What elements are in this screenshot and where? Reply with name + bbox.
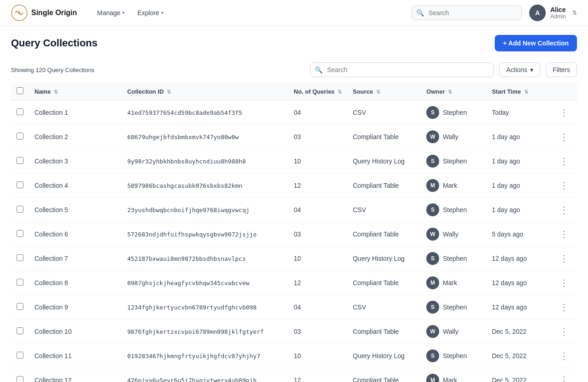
table-row: Collection 3 9y98r32yhbkhbnbs8uyhcndiuu8… — [11, 149, 577, 174]
select-all-checkbox[interactable] — [17, 87, 23, 94]
page-header: Query Collections + Add New Collection — [0, 26, 588, 59]
row-more-button[interactable]: ⋮ — [557, 325, 571, 338]
row-time: 1 day ago — [486, 174, 551, 198]
collections-table: Name ⇅ Collection ID ⇅ No. of Queries ⇅ … — [11, 83, 577, 382]
name-sort-icon: ⇅ — [54, 89, 58, 95]
row-checkbox[interactable] — [17, 303, 23, 310]
owner-avatar: M — [426, 179, 439, 192]
header-no-queries[interactable]: No. of Queries ⇅ — [288, 83, 347, 101]
row-name: Collection 7 — [29, 247, 122, 271]
row-id: 9y98r32yhbkhbnbs8uyhcndiuu8h988h8 — [122, 149, 288, 174]
nav-search-icon: 🔍 — [416, 9, 424, 17]
row-more-button[interactable]: ⋮ — [557, 203, 571, 216]
row-more-button[interactable]: ⋮ — [557, 252, 571, 265]
row-queries: 12 — [288, 271, 347, 295]
nav-manage[interactable]: Manage ▾ — [92, 6, 130, 19]
row-checkbox[interactable] — [17, 279, 23, 286]
table-body: Collection 1 41ed759377654cd59bc8ade9ab5… — [11, 101, 577, 382]
row-source: Compliant Table — [347, 125, 421, 149]
row-more-button[interactable]: ⋮ — [557, 349, 571, 362]
nav-search-input[interactable] — [412, 6, 522, 20]
row-checkbox-cell — [11, 271, 29, 295]
toolbar-search-input[interactable] — [310, 62, 494, 77]
row-time: Dec 5, 2022 — [486, 320, 551, 344]
header-collection-id[interactable]: Collection ID ⇅ — [122, 83, 288, 101]
row-source: Query History Log — [347, 247, 421, 271]
header-source[interactable]: Source ⇅ — [347, 83, 421, 101]
owner-sort-icon: ⇅ — [448, 89, 452, 95]
table-header-row: Name ⇅ Collection ID ⇅ No. of Queries ⇅ … — [11, 83, 577, 101]
row-source: Query History Log — [347, 344, 421, 368]
header-owner[interactable]: Owner ⇅ — [421, 83, 486, 101]
collections-table-wrap: Name ⇅ Collection ID ⇅ No. of Queries ⇅ … — [0, 83, 588, 382]
row-more-button[interactable]: ⋮ — [557, 228, 571, 241]
header-name[interactable]: Name ⇅ — [29, 83, 122, 101]
row-queries: 12 — [288, 368, 347, 382]
table-row: Collection 4 5897986bcashgcasubk076sbxbs… — [11, 174, 577, 198]
row-checkbox[interactable] — [17, 181, 23, 188]
row-checkbox-cell — [11, 125, 29, 149]
row-queries: 03 — [288, 125, 347, 149]
nav-search-area: 🔍 — [412, 6, 522, 20]
row-checkbox[interactable] — [17, 230, 23, 237]
row-time: Dec 5, 2022 — [486, 368, 551, 382]
row-queries: 10 — [288, 247, 347, 271]
header-start-time[interactable]: Start Time ⇅ — [486, 83, 551, 101]
owner-avatar: M — [426, 374, 439, 382]
source-sort-icon: ⇅ — [376, 89, 380, 95]
row-more-cell: ⋮ — [551, 247, 577, 271]
row-more-cell: ⋮ — [551, 174, 577, 198]
brand[interactable]: Single Origin — [11, 5, 77, 21]
actions-button[interactable]: Actions ▾ — [499, 62, 540, 77]
brand-name: Single Origin — [31, 9, 77, 17]
user-area[interactable]: A Alice Admin ⇅ — [529, 5, 577, 21]
row-name: Collection 12 — [29, 368, 122, 382]
nav-menu: Manage ▾ Explore ▾ — [92, 6, 169, 19]
user-info: Alice Admin — [550, 6, 566, 20]
row-id: 23yushdbwqbcnboifjhqe9768iwqgvwcqj — [122, 198, 288, 222]
row-id: 41ed759377654cd59bc8ade9ab54f3f5 — [122, 101, 288, 125]
row-more-button[interactable]: ⋮ — [557, 106, 571, 119]
row-checkbox[interactable] — [17, 108, 23, 115]
row-more-cell: ⋮ — [551, 344, 577, 368]
owner-avatar: W — [426, 130, 439, 143]
filters-button[interactable]: Filters — [546, 62, 577, 77]
row-time: 1 day ago — [486, 149, 551, 174]
row-checkbox[interactable] — [17, 327, 23, 334]
row-more-button[interactable]: ⋮ — [557, 130, 571, 143]
row-queries: 03 — [288, 222, 347, 247]
row-checkbox[interactable] — [17, 157, 23, 164]
row-more-button[interactable]: ⋮ — [557, 301, 571, 314]
row-source: Compliant Table — [347, 222, 421, 247]
row-id: 5897986bcashgcasubk076sbxbs82kmn — [122, 174, 288, 198]
row-checkbox[interactable] — [17, 254, 23, 261]
row-checkbox-cell — [11, 222, 29, 247]
row-checkbox[interactable] — [17, 206, 23, 213]
owner-name: Stephen — [443, 157, 467, 165]
explore-chevron-icon: ▾ — [161, 10, 164, 15]
row-name: Collection 9 — [29, 295, 122, 320]
row-checkbox[interactable] — [17, 376, 23, 382]
row-checkbox-cell — [11, 295, 29, 320]
row-checkbox[interactable] — [17, 352, 23, 359]
row-more-button[interactable]: ⋮ — [557, 276, 571, 289]
owner-avatar: W — [426, 228, 439, 241]
row-time: 12 days ago — [486, 271, 551, 295]
row-checkbox-cell — [11, 149, 29, 174]
table-row: Collection 12 476pjvy6u5eyr6u5i7hvgjytwe… — [11, 368, 577, 382]
add-new-collection-button[interactable]: + Add New Collection — [495, 35, 577, 51]
row-more-cell: ⋮ — [551, 271, 577, 295]
row-more-button[interactable]: ⋮ — [557, 374, 571, 382]
row-id: 476pjvy6u5eyr6u5i7hvgjytwery4uh89pjh — [122, 368, 288, 382]
row-source: Query History Log — [347, 149, 421, 174]
table-row: Collection 6 572683ndjdhfuifhspwkqysgbvw… — [11, 222, 577, 247]
owner-name: Mark — [443, 182, 457, 189]
row-more-button[interactable]: ⋮ — [557, 155, 571, 168]
nav-explore[interactable]: Explore ▾ — [132, 6, 169, 19]
row-checkbox-cell — [11, 174, 29, 198]
row-checkbox[interactable] — [17, 133, 23, 140]
id-sort-icon: ⇅ — [167, 89, 171, 95]
row-more-cell: ⋮ — [551, 149, 577, 174]
row-id: 0987ghsjckjheagfycvbhqw345cvabcvew — [122, 271, 288, 295]
row-more-button[interactable]: ⋮ — [557, 179, 571, 192]
